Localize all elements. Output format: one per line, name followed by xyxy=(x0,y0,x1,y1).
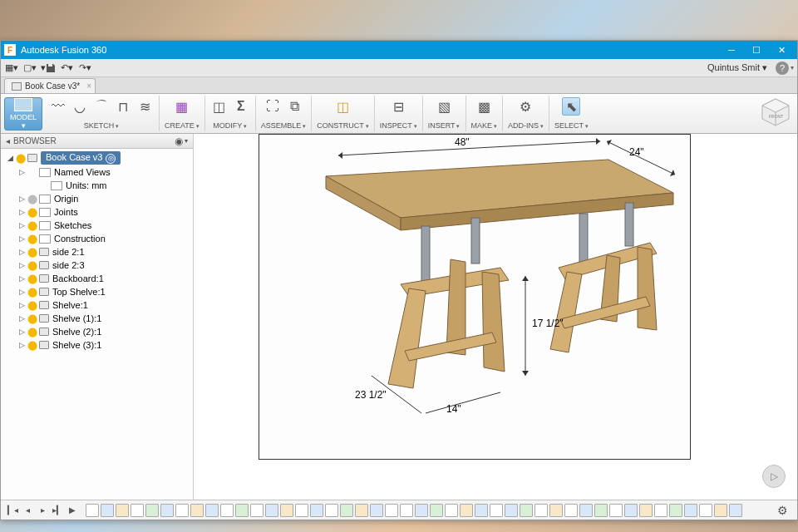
timeline-item[interactable] xyxy=(699,504,712,517)
addins-tool-icon[interactable]: ⚙ xyxy=(516,97,534,116)
timeline-item[interactable] xyxy=(714,504,727,517)
timeline-item[interactable] xyxy=(265,504,278,517)
timeline-item[interactable] xyxy=(190,504,204,517)
tree-root[interactable]: ◢ ⬤ Book Case v3◎ xyxy=(1,150,193,165)
timeline-end-button[interactable]: ▸▎ xyxy=(51,504,64,517)
timeline-item[interactable] xyxy=(520,504,533,517)
ribbon-label-assemble[interactable]: ASSEMBLE xyxy=(261,121,306,130)
timeline-item[interactable] xyxy=(609,504,623,517)
timeline-item[interactable] xyxy=(460,504,473,517)
new-file-button[interactable]: ▢▾ xyxy=(22,61,37,76)
app-menu-button[interactable]: ▦▾ xyxy=(4,61,19,76)
timeline-item[interactable] xyxy=(175,504,189,517)
timeline-item[interactable] xyxy=(564,504,578,517)
bulb-icon[interactable]: ⬤ xyxy=(27,207,37,218)
asbuilt-tool-icon[interactable]: ⧉ xyxy=(285,97,303,116)
bulb-icon[interactable]: ⬤ xyxy=(16,153,26,164)
timeline-item[interactable] xyxy=(400,504,413,517)
timeline-item[interactable] xyxy=(505,504,518,517)
joint-tool-icon[interactable]: ⛶ xyxy=(264,97,282,116)
ribbon-label-modify[interactable]: MODIFY xyxy=(213,121,247,130)
timeline-item[interactable] xyxy=(205,504,219,517)
save-button[interactable]: ▾ xyxy=(41,61,56,76)
timeline-item[interactable] xyxy=(729,504,742,517)
tree-node[interactable]: Units: mm xyxy=(1,179,193,192)
plane-tool-icon[interactable]: ◫ xyxy=(334,97,352,116)
timeline-play-button[interactable]: ▶ xyxy=(66,504,79,517)
tree-node[interactable]: ▷⬤side 2:1 xyxy=(1,245,193,259)
timeline-item[interactable] xyxy=(639,504,653,517)
timeline-item[interactable] xyxy=(280,504,293,517)
bulb-icon[interactable]: ⬤ xyxy=(27,300,37,311)
tree-node[interactable]: ▷⬤Shelve (3):1 xyxy=(1,338,193,352)
workspace-model-button[interactable]: MODEL▾ xyxy=(4,97,42,131)
timeline-item[interactable] xyxy=(549,504,563,517)
timeline-item[interactable] xyxy=(594,504,608,517)
presspull-tool-icon[interactable]: ◫ xyxy=(210,97,229,116)
timeline-item[interactable] xyxy=(160,504,174,517)
timeline-item[interactable] xyxy=(534,504,548,517)
tree-node[interactable]: ▷⬤side 2:3 xyxy=(1,259,193,272)
tree-node[interactable]: ▷⬤Origin xyxy=(1,192,193,205)
timeline-settings-button[interactable]: ⚙ xyxy=(777,504,792,517)
timeline-item[interactable] xyxy=(235,504,249,517)
tree-node[interactable]: ▷⬤Backboard:1 xyxy=(1,272,193,285)
spline-tool-icon[interactable]: 〰 xyxy=(49,97,67,116)
activate-target-icon[interactable]: ◎ xyxy=(106,154,116,164)
line-tool-icon[interactable]: ⌒ xyxy=(92,97,111,116)
timeline-prev-button[interactable]: ◂ xyxy=(21,504,34,517)
ribbon-label-make[interactable]: MAKE xyxy=(471,121,497,130)
viewport[interactable]: 48" 24" 17 1/2" 23 1/2" 14" ▷ xyxy=(194,134,797,500)
timeline-item[interactable] xyxy=(145,504,159,517)
maximize-button[interactable]: ☐ xyxy=(744,41,769,59)
ribbon-label-select[interactable]: SELECT xyxy=(554,121,589,130)
timeline-item[interactable] xyxy=(490,504,503,517)
tree-node[interactable]: ▷⬤Shelve (1):1 xyxy=(1,312,193,325)
close-button[interactable]: ✕ xyxy=(769,41,794,59)
timeline-item[interactable] xyxy=(669,504,682,517)
timeline-item[interactable] xyxy=(250,504,264,517)
bulb-icon[interactable]: ⬤ xyxy=(27,247,37,258)
visibility-toggle-icon[interactable]: ◉ xyxy=(175,135,183,147)
timeline-start-button[interactable]: ▎◂ xyxy=(6,504,19,517)
view-cube[interactable]: FRONT xyxy=(759,96,792,129)
tree-node[interactable]: ▷⬤Shelve:1 xyxy=(1,298,193,312)
ribbon-label-create[interactable]: CREATE xyxy=(165,121,200,130)
timeline-item[interactable] xyxy=(370,504,383,517)
print-tool-icon[interactable]: ▩ xyxy=(475,97,493,116)
arc-tool-icon[interactable]: ◡ xyxy=(71,97,89,116)
bulb-icon[interactable]: ⬤ xyxy=(27,340,37,351)
ribbon-label-inspect[interactable]: INSPECT xyxy=(380,121,417,130)
play-button[interactable]: ▷ xyxy=(762,465,786,488)
bulb-icon[interactable]: ⬤ xyxy=(27,327,37,337)
timeline-item[interactable] xyxy=(325,504,338,517)
timeline-item[interactable] xyxy=(445,504,458,517)
bulb-icon[interactable]: ⬤ xyxy=(27,287,37,298)
measure-tool-icon[interactable]: ⊟ xyxy=(389,97,407,116)
redo-button[interactable]: ↷▾ xyxy=(77,61,92,76)
box-tool-icon[interactable]: ▦ xyxy=(173,97,191,116)
bulb-icon[interactable]: ⬤ xyxy=(27,220,37,231)
tree-node[interactable]: ▷⬤Top Shelve:1 xyxy=(1,285,193,298)
minimize-button[interactable]: ─ xyxy=(719,41,744,59)
timeline-item[interactable] xyxy=(355,504,368,517)
timeline-item[interactable] xyxy=(475,504,488,517)
timeline-item[interactable] xyxy=(131,504,144,517)
document-tab[interactable]: Book Case v3* × xyxy=(4,78,96,93)
tree-node[interactable]: ▷⬤Joints xyxy=(1,205,193,219)
ribbon-label-sketch[interactable]: SKETCH xyxy=(84,121,119,130)
help-button[interactable]: ? xyxy=(776,62,789,75)
user-menu[interactable]: Quintus Smit ▾ xyxy=(702,62,772,73)
sigma-tool-icon[interactable]: Σ xyxy=(232,97,250,116)
tree-node[interactable]: ▷⬤Shelve (2):1 xyxy=(1,325,193,338)
timeline-item[interactable] xyxy=(624,504,638,517)
timeline-item[interactable] xyxy=(430,504,443,517)
timeline-item[interactable] xyxy=(340,504,353,517)
ribbon-label-insert[interactable]: INSERT xyxy=(428,121,461,130)
close-tab-button[interactable]: × xyxy=(86,81,91,91)
timeline-item[interactable] xyxy=(385,504,398,517)
tree-node[interactable]: ▷⬤Construction xyxy=(1,232,193,245)
decal-tool-icon[interactable]: ▧ xyxy=(435,97,453,116)
bulb-icon[interactable]: ⬤ xyxy=(27,194,37,204)
timeline-next-button[interactable]: ▸ xyxy=(36,504,49,517)
